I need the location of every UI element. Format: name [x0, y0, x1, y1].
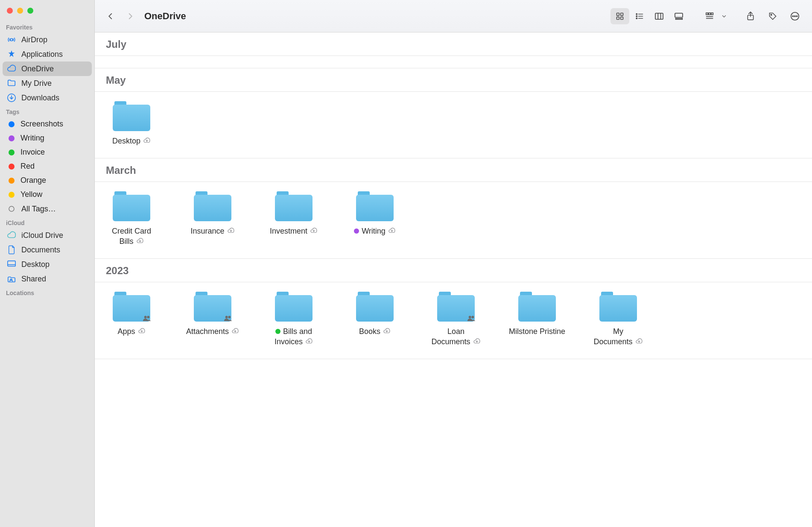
main-area: OneDrive — [95, 0, 812, 527]
group-by-chevron-icon[interactable] — [720, 8, 728, 24]
content-area[interactable]: JulyMay DesktopMarch Credit CardBills In… — [95, 32, 812, 527]
svg-point-33 — [794, 15, 795, 16]
sidebar: Favorites AirDropApplicationsOneDriveMy … — [0, 0, 95, 527]
folder-icon — [356, 292, 394, 322]
back-button[interactable] — [102, 8, 119, 24]
sidebar-tag-writing[interactable]: Writing — [3, 131, 92, 145]
sidebar-tag-red[interactable]: Red — [3, 159, 92, 173]
shared-badge-icon — [143, 314, 151, 323]
view-icons-button[interactable] — [610, 8, 629, 24]
svg-point-20 — [675, 18, 677, 19]
sidebar-tag-screenshots[interactable]: Screenshots — [3, 117, 92, 131]
svg-rect-19 — [675, 13, 683, 17]
folder-books[interactable]: Books — [349, 292, 400, 347]
folder-label: Books — [359, 327, 380, 337]
folder-label: Apps — [117, 327, 135, 337]
group-body-july — [95, 56, 812, 68]
sidebar-tag-yellow[interactable]: Yellow — [3, 187, 92, 202]
sidebar-item-airdrop[interactable]: AirDrop — [3, 32, 92, 47]
sidebar-section-tags: Tags — [3, 105, 92, 117]
sidebar-all-tags[interactable]: All Tags… — [3, 202, 92, 216]
sidebar-item-mydrive[interactable]: My Drive — [3, 76, 92, 91]
svg-rect-9 — [621, 17, 623, 19]
folder-icon — [437, 292, 475, 322]
sidebar-item-applications[interactable]: Applications — [3, 47, 92, 61]
folder-desktop[interactable]: Desktop — [106, 101, 157, 146]
doc-icon — [7, 245, 16, 255]
sidebar-item-desktop[interactable]: Desktop — [3, 257, 92, 272]
group-header-march[interactable]: March — [95, 158, 812, 182]
forward-button[interactable] — [122, 8, 138, 24]
share-button[interactable] — [741, 8, 760, 24]
folder-label: Credit Card — [112, 226, 151, 236]
folder-icon — [275, 292, 313, 322]
tag-dot-icon — [354, 228, 359, 234]
sidebar-item-onedrive[interactable]: OneDrive — [3, 61, 92, 76]
view-gallery-button[interactable] — [669, 8, 688, 24]
folder-label: Documents — [431, 337, 470, 347]
folder-icon — [113, 101, 150, 132]
group-by-button[interactable] — [702, 8, 721, 24]
group-header-may[interactable]: May — [95, 68, 812, 92]
more-button[interactable] — [786, 8, 804, 24]
shared-badge-icon — [467, 314, 476, 323]
svg-rect-6 — [617, 13, 619, 15]
sidebar-tag-invoice[interactable]: Invoice — [3, 145, 92, 159]
folder-icon — [599, 292, 637, 322]
folder-label: Bills — [119, 237, 133, 246]
sidebar-item-label: Downloads — [21, 94, 59, 102]
sidebar-item-label: OneDrive — [21, 64, 54, 73]
folder-investment[interactable]: Investment — [268, 191, 319, 246]
sidebar-item-downloads[interactable]: Downloads — [3, 91, 92, 105]
folder-attachments[interactable]: Attachments — [187, 292, 238, 347]
airdrop-icon — [7, 35, 16, 44]
svg-point-35 — [144, 316, 147, 318]
group-header-july[interactable]: July — [95, 32, 812, 56]
sidebar-item-iclouddrive[interactable]: iCloud Drive — [3, 228, 92, 243]
svg-rect-7 — [621, 13, 623, 15]
cloud-download-icon — [138, 327, 146, 337]
download-icon — [7, 93, 16, 102]
view-columns-button[interactable] — [650, 8, 669, 24]
svg-point-38 — [228, 316, 231, 318]
svg-point-0 — [10, 38, 13, 41]
sidebar-item-label: Applications — [21, 50, 63, 59]
group-header-y2023[interactable]: 2023 — [95, 259, 812, 282]
folder-icon — [194, 292, 231, 322]
folder-bills[interactable]: Bills andInvoices — [268, 292, 319, 347]
sidebar-item-label: iCloud Drive — [21, 231, 63, 240]
sidebar-item-label: AirDrop — [21, 35, 47, 44]
close-window-button[interactable] — [7, 8, 13, 14]
tag-dot-icon — [275, 329, 280, 334]
sidebar-item-label: Desktop — [21, 260, 50, 269]
folder-loan[interactable]: LoanDocuments — [430, 292, 482, 347]
folder-writing[interactable]: Writing — [349, 191, 400, 246]
folder-ccbills[interactable]: Credit CardBills — [106, 191, 157, 246]
minimize-window-button[interactable] — [17, 8, 23, 14]
folder-label: Writing — [362, 226, 386, 236]
svg-point-30 — [771, 14, 772, 15]
folder-apps[interactable]: Apps — [106, 292, 157, 347]
sidebar-item-label: All Tags… — [21, 205, 56, 214]
svg-point-21 — [678, 18, 679, 19]
group-body-march: Credit CardBills Insurance Investment Wr… — [95, 182, 812, 259]
sidebar-tag-orange[interactable]: Orange — [3, 173, 92, 187]
cloud-download-icon — [231, 327, 239, 337]
sidebar-item-label: My Drive — [21, 79, 52, 88]
folder-milstone[interactable]: Milstone Pristine — [511, 292, 563, 347]
view-list-button[interactable] — [630, 8, 649, 24]
cloud-download-icon — [383, 327, 391, 337]
sidebar-item-shared[interactable]: Shared — [3, 272, 92, 286]
maximize-window-button[interactable] — [27, 8, 33, 14]
folder-insurance[interactable]: Insurance — [187, 191, 238, 246]
tags-button[interactable] — [763, 8, 782, 24]
sidebar-item-label: Red — [20, 162, 35, 171]
folder-icon — [194, 191, 231, 222]
svg-point-37 — [225, 316, 228, 318]
svg-point-2 — [9, 206, 14, 211]
folder-mydocs[interactable]: MyDocuments — [593, 292, 644, 347]
toolbar: OneDrive — [95, 0, 812, 32]
tag-dot-icon — [9, 135, 15, 141]
cloud-download-icon — [227, 226, 235, 236]
sidebar-item-documents[interactable]: Documents — [3, 243, 92, 257]
